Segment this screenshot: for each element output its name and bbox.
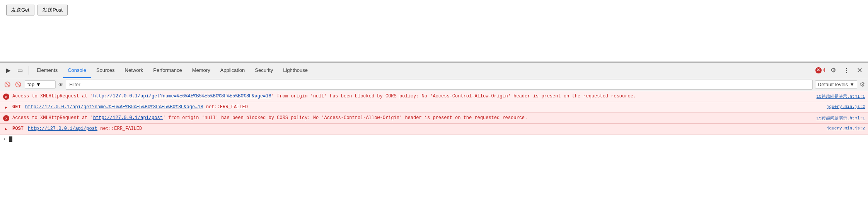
console-settings-icon[interactable]: ⚙ bbox=[859, 81, 865, 88]
http-method-2: POST bbox=[12, 126, 24, 131]
devtools-tabbar: ▶ ▭ Elements Console Sources Network Per… bbox=[0, 63, 868, 78]
console-message-4: POST http://127.0.0.1/api/post net::ERR_… bbox=[12, 125, 820, 132]
log-levels-dropdown[interactable]: Default levels ▼ bbox=[815, 80, 857, 89]
send-post-button[interactable]: 发送Post bbox=[38, 5, 68, 15]
tab-lighthouse[interactable]: Lighthouse bbox=[278, 63, 312, 78]
error-count: 4 bbox=[823, 67, 825, 73]
error-badge: ✕ 4 bbox=[815, 67, 825, 73]
console-message-3: Access to XMLHttpRequest at 'http://127.… bbox=[12, 114, 810, 121]
console-row-1: ✕ Access to XMLHttpRequest at 'http://12… bbox=[0, 91, 868, 102]
net-error-code-2: net::ERR_FAILED bbox=[100, 126, 142, 131]
console-row-4: ▶ POST http://127.0.0.1/api/post net::ER… bbox=[0, 124, 868, 135]
expand-icon-1[interactable]: ▶ bbox=[3, 104, 9, 111]
devtools-panel: ▶ ▭ Elements Console Sources Network Per… bbox=[0, 62, 868, 218]
net-url-1[interactable]: http://127.0.0.1/api/get?name=%E6%AE%B5%… bbox=[25, 104, 203, 110]
console-row-2: ▶ GET http://127.0.0.1/api/get?name=%E6%… bbox=[0, 102, 868, 113]
context-value: top bbox=[27, 82, 34, 87]
context-chevron-icon: ▼ bbox=[36, 82, 41, 87]
expand-icon-2[interactable]: ▶ bbox=[3, 126, 9, 132]
console-filter-input[interactable] bbox=[66, 80, 813, 90]
cursor bbox=[9, 136, 12, 142]
console-toolbar: 🚫 🚫 top ▼ 👁 Default levels ▼ ⚙ bbox=[0, 78, 868, 91]
log-levels-label: Default levels bbox=[818, 82, 848, 87]
tab-sources[interactable]: Sources bbox=[92, 63, 119, 78]
tab-network[interactable]: Network bbox=[120, 63, 148, 78]
console-filter-icon[interactable]: 🚫 bbox=[14, 80, 22, 89]
net-error-code-1: net::ERR_FAILED bbox=[206, 104, 248, 110]
error-badge-icon: ✕ bbox=[815, 67, 822, 73]
console-message-2: GET http://127.0.0.1/api/get?name=%E6%AE… bbox=[12, 104, 820, 111]
log-levels-chevron-icon: ▼ bbox=[849, 82, 854, 87]
console-message-1: Access to XMLHttpRequest at 'http://127.… bbox=[12, 93, 810, 100]
page-content: 发送Get 发送Post bbox=[0, 0, 868, 62]
toolbar-right: ✕ 4 ⚙ ⋮ ✕ bbox=[815, 65, 865, 76]
console-clear-icon[interactable]: 🚫 bbox=[3, 80, 12, 89]
net-url-2[interactable]: http://127.0.0.1/api/post bbox=[28, 126, 97, 131]
devtools-more-icon[interactable]: ⋮ bbox=[841, 65, 852, 76]
devtools-close-icon[interactable]: ✕ bbox=[854, 65, 865, 76]
console-output: ✕ Access to XMLHttpRequest at 'http://12… bbox=[0, 91, 868, 218]
toolbar-divider-1 bbox=[29, 66, 29, 75]
prompt-chevron-icon: › bbox=[3, 136, 6, 142]
tab-elements[interactable]: Elements bbox=[32, 63, 62, 78]
console-prompt[interactable]: › bbox=[0, 135, 868, 143]
tab-performance[interactable]: Performance bbox=[148, 63, 186, 78]
tab-application[interactable]: Application bbox=[216, 63, 250, 78]
page-buttons: 发送Get 发送Post bbox=[6, 5, 862, 15]
tab-console[interactable]: Console bbox=[63, 63, 91, 78]
error-icon-2: ✕ bbox=[3, 115, 9, 121]
context-selector[interactable]: top ▼ bbox=[25, 80, 56, 89]
source-link-3[interactable]: 15跨越问题演示.html:1 bbox=[817, 115, 865, 121]
error-icon-1: ✕ bbox=[3, 94, 9, 100]
devtools-settings-icon[interactable]: ⚙ bbox=[828, 65, 839, 76]
inspect-element-icon[interactable]: ▶ bbox=[3, 65, 14, 76]
source-link-4[interactable]: jquery.min.js:2 bbox=[827, 126, 865, 131]
http-method-1: GET bbox=[12, 104, 21, 110]
console-row-3: ✕ Access to XMLHttpRequest at 'http://12… bbox=[0, 113, 868, 124]
tab-security[interactable]: Security bbox=[250, 63, 278, 78]
source-link-1[interactable]: 15跨越问题演示.html:1 bbox=[817, 94, 865, 99]
tab-memory[interactable]: Memory bbox=[188, 63, 215, 78]
error-url-1[interactable]: http://127.0.0.1/api/get?name=%E6%AE%B5%… bbox=[93, 94, 271, 99]
send-get-button[interactable]: 发送Get bbox=[6, 5, 34, 15]
error-url-2[interactable]: http://127.0.0.1/api/post bbox=[93, 115, 163, 121]
source-link-2[interactable]: jquery.min.js:2 bbox=[827, 104, 865, 109]
device-toolbar-icon[interactable]: ▭ bbox=[15, 65, 26, 76]
preserve-log-icon[interactable]: 👁 bbox=[58, 82, 63, 88]
